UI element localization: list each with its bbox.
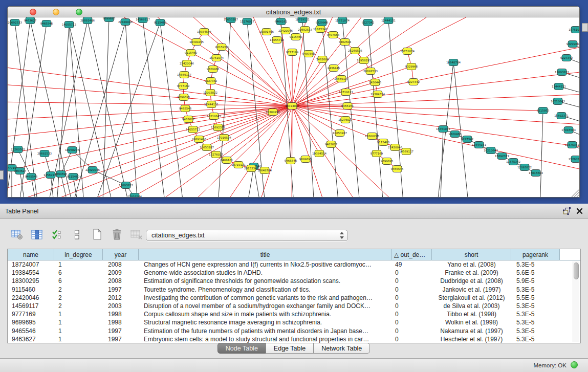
zoom-window-button[interactable] — [76, 9, 82, 15]
graph-node[interactable]: 8215953 — [537, 107, 550, 114]
graph-node[interactable]: 14055712 — [62, 21, 76, 28]
table-cell[interactable]: Yano et al. (2008) — [432, 260, 511, 269]
table-cell[interactable]: 2 — [54, 286, 103, 294]
table-cell[interactable]: 1998 — [103, 318, 139, 326]
table-cell[interactable]: 22420046 — [8, 294, 54, 302]
graph-node[interactable]: 9465546 — [25, 173, 38, 180]
table-cell[interactable]: 1 — [54, 310, 103, 318]
graph-node[interactable]: 9463627 — [182, 116, 195, 123]
table-cell[interactable]: 18724007 — [8, 260, 54, 269]
table-row[interactable]: 2242004622012Investigating the contribut… — [8, 294, 580, 302]
table-cell[interactable]: 2 — [54, 294, 103, 302]
table-cell[interactable]: 5.3E-5 — [511, 286, 560, 294]
table-cell[interactable]: 0 — [392, 286, 432, 294]
graph-node[interactable]: 10653287 — [333, 130, 347, 137]
table-cell[interactable]: 0 — [392, 335, 432, 343]
table-cell[interactable]: 5.3E-5 — [511, 260, 560, 269]
graph-node[interactable]: 15276027 — [240, 18, 254, 25]
graph-node[interactable]: 12093822 — [555, 69, 569, 76]
table-cell[interactable]: 1997 — [103, 327, 139, 335]
minimize-window-button[interactable] — [53, 9, 59, 15]
graph-node[interactable]: 18958295 — [65, 147, 79, 154]
table-cell[interactable]: 2008 — [103, 277, 139, 285]
graph-node[interactable]: 9699695 — [103, 17, 116, 22]
graph-node[interactable]: 9497568 — [327, 32, 340, 38]
graph-node[interactable]: 9227342 — [205, 78, 217, 84]
graph-node[interactable]: 9227342 — [407, 79, 420, 85]
graph-node[interactable]: 9329966 — [449, 131, 462, 138]
table-cell[interactable]: 1 — [54, 318, 103, 326]
table-cell[interactable]: 9699695 — [8, 318, 54, 326]
column-header-title[interactable]: title — [139, 249, 392, 260]
table-cell[interactable]: 5.3E-5 — [511, 318, 560, 326]
table-row[interactable]: 1872400712008Changes of HCN gene express… — [8, 260, 580, 269]
graph-node[interactable]: 9115460 — [290, 34, 302, 40]
graph-node[interactable]: 9463627 — [24, 17, 37, 24]
table-cell[interactable]: 9465546 — [8, 327, 54, 335]
graph-node[interactable]: 22420046 — [118, 19, 133, 26]
graph-node[interactable]: 6466161 — [341, 103, 354, 110]
select-rows-icon[interactable] — [50, 228, 63, 240]
graph-node[interactable]: 6466161 — [275, 18, 288, 25]
graph-node[interactable]: 9699695 — [55, 171, 68, 178]
table-cell[interactable]: Franke et al. (2009) — [432, 269, 511, 277]
column-header-year[interactable]: year — [103, 249, 139, 260]
table-row[interactable]: 969969511998Structural magnetic resonanc… — [8, 318, 580, 326]
graph-node[interactable]: 17016504 — [127, 193, 142, 198]
table-cell[interactable]: Estimation of significance thresholds fo… — [139, 277, 392, 285]
graph-node[interactable]: 15692371 — [554, 113, 569, 119]
graph-node[interactable]: 20891406 — [80, 17, 95, 24]
graph-node[interactable]: 9115460 — [67, 173, 80, 180]
graph-node[interactable]: 10719121 — [295, 17, 310, 23]
table-cell[interactable]: 18300295 — [8, 277, 54, 285]
table-cell[interactable]: 0 — [392, 269, 432, 277]
graph-node[interactable]: 12444151 — [204, 101, 219, 108]
table-cell[interactable]: 19384554 — [8, 269, 54, 277]
table-row[interactable]: 1456911722003Disruption of a novel membe… — [8, 302, 580, 310]
graph-node[interactable]: 12444151 — [381, 17, 396, 24]
table-cell[interactable]: 1997 — [103, 286, 139, 294]
table-cell[interactable]: Embryonic stem cells: a model to study s… — [139, 335, 392, 343]
table-cell[interactable]: Structural magnetic resonance image aver… — [139, 318, 392, 326]
graph-node[interactable]: 20891406 — [192, 136, 206, 143]
graph-node[interactable]: 8215953 — [215, 44, 228, 51]
graph-node[interactable]: 20692533 — [37, 150, 52, 157]
graph-node[interactable]: 15751074 — [209, 55, 224, 61]
graph-node[interactable]: 20692533 — [298, 27, 312, 33]
graph-node[interactable]: 22420046 — [180, 60, 194, 67]
table-cell[interactable]: 0 — [392, 277, 432, 285]
column-header-out_de[interactable]: △ out_de… — [392, 249, 432, 260]
table-row[interactable]: 977716911998Corpus callosum shape and si… — [8, 310, 580, 318]
graph-node[interactable]: 22420046 — [278, 28, 293, 34]
table-settings-icon[interactable] — [10, 228, 24, 240]
column-header-in_degree[interactable]: in_degree — [54, 249, 103, 260]
graph-node[interactable]: 9329966 — [207, 66, 220, 73]
graph-node[interactable]: 2436445 — [328, 65, 340, 72]
graph-node[interactable]: 9115460 — [154, 19, 167, 26]
delete-column-icon[interactable] — [110, 228, 123, 240]
table-cell[interactable]: de Silva et al. (2003) — [432, 302, 511, 310]
table-cell[interactable]: Disruption of a novel member of a sodium… — [139, 302, 392, 310]
network-window-titlebar[interactable]: citations_edges.txt — [8, 7, 579, 17]
table-cell[interactable]: Tibbo et al. (1998) — [432, 310, 511, 318]
graph-node[interactable]: 9463627 — [14, 168, 27, 174]
table-cell[interactable]: 5.3E-5 — [511, 310, 560, 318]
table-cell[interactable]: 2009 — [103, 269, 139, 277]
table-row[interactable]: 911546021997Tourette syndrome. Phenomeno… — [8, 286, 580, 294]
graph-node[interactable]: 10719121 — [231, 162, 246, 168]
table-scrollbar[interactable] — [573, 261, 579, 342]
graph-node[interactable]: 14569117 — [399, 148, 413, 155]
table-cell[interactable]: 6 — [54, 269, 103, 277]
graph-node[interactable]: 19384554 — [312, 150, 326, 157]
column-header-name[interactable]: name — [8, 249, 54, 260]
graph-node[interactable]: 9115460 — [377, 139, 390, 146]
tab-node-table[interactable]: Node Table — [217, 343, 266, 354]
graph-node[interactable]: 10653287 — [224, 17, 238, 23]
table-cell[interactable]: 14569117 — [8, 302, 54, 310]
graph-node[interactable]: 9497568 — [302, 51, 315, 57]
graph-node[interactable]: 12093822 — [203, 90, 217, 96]
graph-node[interactable]: 9115460 — [185, 50, 198, 56]
graph-node[interactable]: 9699695 — [178, 94, 190, 101]
graph-node[interactable]: 9465546 — [391, 166, 404, 172]
tab-edge-table[interactable]: Edge Table — [266, 343, 314, 354]
